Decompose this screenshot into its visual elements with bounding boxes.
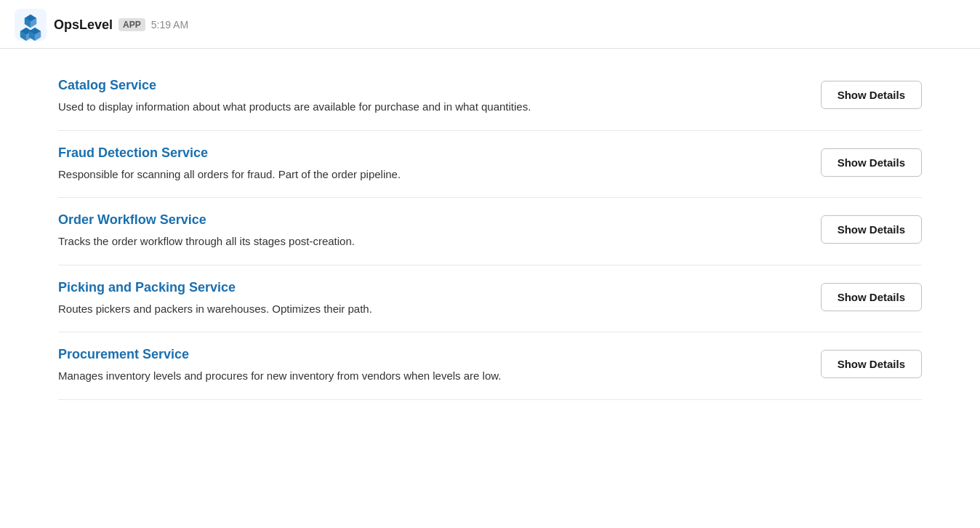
service-description-picking-packing-service: Routes pickers and packers in warehouses… (58, 301, 712, 318)
service-description-catalog-service: Used to display information about what p… (58, 99, 712, 116)
service-name-catalog-service: Catalog Service (58, 78, 792, 93)
service-info-procurement-service: Procurement Service Manages inventory le… (58, 347, 792, 385)
service-item-fraud-detection-service: Fraud Detection Service Responsible for … (58, 131, 922, 199)
service-info-order-workflow-service: Order Workflow Service Tracks the order … (58, 212, 792, 250)
service-description-fraud-detection-service: Responsible for scanning all orders for … (58, 167, 712, 183)
header-text-group: OpsLevel APP 5:19 AM (54, 17, 188, 33)
service-name-picking-packing-service: Picking and Packing Service (58, 280, 792, 295)
service-info-picking-packing-service: Picking and Packing Service Routes picke… (58, 280, 792, 318)
timestamp: 5:19 AM (151, 19, 188, 31)
show-details-button-order-workflow-service[interactable]: Show Details (821, 215, 922, 244)
opslevel-logo-icon (15, 9, 47, 41)
service-name-fraud-detection-service: Fraud Detection Service (58, 145, 792, 161)
service-description-order-workflow-service: Tracks the order workflow through all it… (58, 233, 712, 250)
app-badge: APP (119, 18, 145, 31)
service-info-catalog-service: Catalog Service Used to display informat… (58, 78, 792, 116)
show-details-button-picking-packing-service[interactable]: Show Details (821, 283, 922, 311)
app-name: OpsLevel (54, 17, 113, 33)
service-item-picking-packing-service: Picking and Packing Service Routes picke… (58, 265, 922, 333)
service-item-catalog-service: Catalog Service Used to display informat… (58, 63, 922, 131)
service-name-procurement-service: Procurement Service (58, 347, 792, 362)
services-list: Catalog Service Used to display informat… (0, 49, 980, 415)
service-item-procurement-service: Procurement Service Manages inventory le… (58, 332, 922, 400)
service-info-fraud-detection-service: Fraud Detection Service Responsible for … (58, 145, 792, 183)
app-header: OpsLevel APP 5:19 AM (0, 0, 980, 49)
show-details-button-procurement-service[interactable]: Show Details (821, 350, 922, 378)
service-description-procurement-service: Manages inventory levels and procures fo… (58, 368, 712, 385)
show-details-button-catalog-service[interactable]: Show Details (821, 81, 922, 109)
show-details-button-fraud-detection-service[interactable]: Show Details (821, 148, 922, 177)
service-item-order-workflow-service: Order Workflow Service Tracks the order … (58, 198, 922, 265)
service-name-order-workflow-service: Order Workflow Service (58, 212, 792, 228)
